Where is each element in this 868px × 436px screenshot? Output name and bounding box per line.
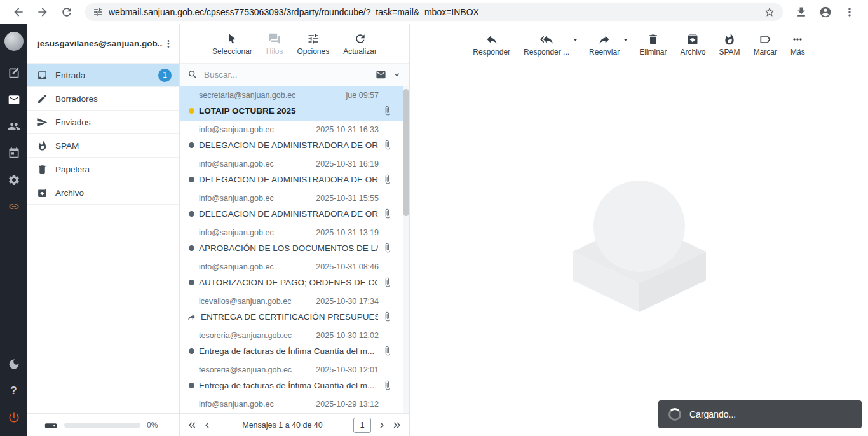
first-page-icon[interactable] [185,418,199,432]
site-info-icon[interactable] [93,7,103,17]
folder-item-borradores[interactable]: Borradores [27,87,179,111]
mail-icon[interactable] [0,86,27,113]
message-date: 2025-10-30 12:02 [316,331,379,341]
contacts-icon[interactable] [0,113,27,140]
message-subject: ENTREGA DE CERTIFICACIÓN PRESUPUEST... [201,312,378,322]
message-row[interactable]: lcevallos@sanjuan.gob.ec2025-10-30 17:34… [180,292,409,327]
message-sender: info@sanjuan.gob.ec [199,160,311,169]
message-subject: Entrega de facturas de Ínfima Cuantía de… [199,346,378,356]
folder-item-enviados[interactable]: Enviados [27,111,179,134]
forward-icon [598,33,611,46]
message-subject: DELEGACION DE ADMINISTRADORA DE OR... [199,209,378,219]
trash-icon [647,33,660,46]
reply-all-dropdown-icon[interactable] [571,35,580,44]
folder-item-spam[interactable]: SPAM [27,134,179,158]
message-row[interactable]: tesoreria@sanjuan.gob.ec2025-10-30 12:02… [180,327,409,361]
storage-icon [44,418,58,432]
forward-button[interactable]: Reenviar [585,32,623,58]
refresh-button[interactable]: Actualizar [339,31,381,57]
message-status-dot[interactable] [189,348,194,354]
address-bar[interactable]: webmail.sanjuan.gob.ec/cpsess7753063093/… [85,3,783,21]
message-list-panel: Seleccionar Hilos Opciones Actualizar [180,24,410,436]
folder-item-entrada[interactable]: Entrada1 [27,64,179,87]
downloads-icon[interactable] [795,6,808,18]
message-row[interactable]: info@sanjuan.gob.ec2025-10-31 08:46AUTOR… [180,258,409,292]
prev-page-icon[interactable] [200,418,214,432]
browser-menu-icon[interactable] [843,6,856,18]
message-status-dot[interactable] [189,245,194,251]
message-status-dot[interactable] [189,142,194,148]
dark-mode-icon[interactable] [0,351,27,378]
archive-button[interactable]: Archivo [676,32,709,58]
message-sender: info@sanjuan.gob.ec [199,194,311,203]
bookmark-star-icon[interactable] [764,6,775,18]
page-number-input[interactable] [353,418,371,433]
search-icon[interactable] [187,69,198,80]
next-page-icon[interactable] [375,418,389,432]
reply-button[interactable]: Responder [469,32,514,58]
reply-all-button[interactable]: Responder ... [520,32,573,58]
logout-icon[interactable] [0,404,27,431]
forward-dropdown-icon[interactable] [621,35,630,44]
forwarded-icon [187,312,196,322]
message-view-panel: Responder Responder ... Reenviar Elimina… [410,24,868,436]
message-date: 2025-10-29 13:12 [316,400,379,409]
message-row[interactable]: secretaria@sanjuan.gob.ecjue 09:57LOTAIP… [180,86,409,121]
message-status-dot[interactable] [189,108,194,114]
archive-icon [686,33,699,46]
scrollbar-thumb[interactable] [403,89,409,216]
toast-message: Cargando... [689,409,736,419]
link-icon[interactable] [0,193,27,220]
browser-back-icon[interactable] [12,6,25,18]
browser-chrome: webmail.sanjuan.gob.ec/cpsess7753063093/… [0,0,868,24]
send-icon [37,117,48,128]
message-date: 2025-10-31 15:55 [316,194,379,203]
search-options-chevron-icon[interactable] [392,70,402,79]
settings-icon[interactable] [0,167,27,193]
message-status-dot[interactable] [189,280,194,285]
search-input[interactable] [204,70,370,79]
message-date: 2025-10-31 08:46 [316,262,379,272]
paperclip-icon [383,208,393,219]
calendar-icon[interactable] [0,140,27,167]
help-icon[interactable]: ? [0,378,27,404]
loading-toast: Cargando... [658,400,862,428]
spam-button[interactable]: SPAM [715,32,744,58]
compose-icon[interactable] [0,60,27,86]
threads-button[interactable]: Hilos [262,31,287,57]
tag-icon [759,33,771,46]
select-button[interactable]: Seleccionar [208,31,256,57]
message-sender: info@sanjuan.gob.ec [199,125,311,135]
loading-spinner [668,408,681,421]
message-status-dot[interactable] [189,177,194,182]
message-row[interactable]: info@sanjuan.gob.ec2025-10-29 13:12 [180,395,409,413]
message-date: 2025-10-30 17:34 [316,297,379,306]
message-row[interactable]: info@sanjuan.gob.ec2025-10-31 15:55DELEG… [180,189,409,224]
mark-button[interactable]: Marcar [750,32,781,58]
profile-avatar-icon[interactable] [819,6,832,18]
delete-button[interactable]: Eliminar [635,32,670,58]
list-scrollbar[interactable] [403,86,409,413]
folder-item-archivo[interactable]: Archivo [27,181,179,205]
message-row[interactable]: tesoreria@sanjuan.gob.ec2025-10-30 12:01… [180,361,409,395]
more-button[interactable]: Más [787,32,809,58]
options-button[interactable]: Opciones [293,31,333,57]
message-row[interactable]: info@sanjuan.gob.ec2025-10-31 16:33DELEG… [180,121,409,155]
folder-label: Borradores [55,94,172,104]
account-email: jesusgavilanes@sanjuan.gob.... [37,39,163,48]
folder-actions-icon[interactable] [163,38,174,50]
message-status-dot[interactable] [189,211,194,217]
message-status-dot[interactable] [189,383,194,388]
folder-item-papelera[interactable]: Papelera [27,158,179,181]
message-row[interactable]: info@sanjuan.gob.ec2025-10-31 13:19APROB… [180,224,409,258]
quota-bar: 0% [27,413,179,436]
message-subject: LOTAIP OCTUBRE 2025 [199,106,378,116]
browser-forward-icon[interactable] [36,6,49,18]
last-page-icon[interactable] [390,418,404,432]
search-scope-icon[interactable] [376,69,386,80]
paperclip-icon [383,277,393,287]
list-toolbar: Seleccionar Hilos Opciones Actualizar [180,24,409,64]
message-row[interactable]: info@sanjuan.gob.ec2025-10-31 16:19DELEG… [180,155,409,189]
message-subject: DELEGACION DE ADMINISTRADORA DE OR... [199,175,378,184]
browser-refresh-icon[interactable] [60,6,73,18]
